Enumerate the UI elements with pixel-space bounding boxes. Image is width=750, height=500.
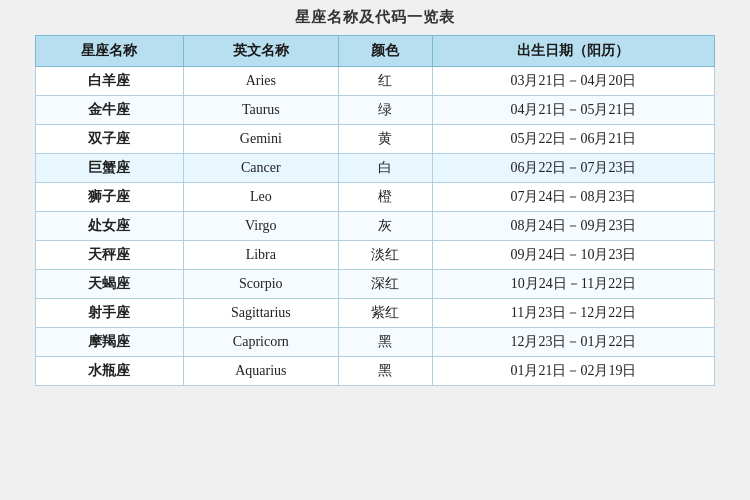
cell-4-3: 07月24日－08月23日 xyxy=(432,183,714,212)
table-row: 巨蟹座Cancer白06月22日－07月23日 xyxy=(36,154,715,183)
header-en-name: 英文名称 xyxy=(183,36,338,67)
table-row: 双子座Gemini黄05月22日－06月21日 xyxy=(36,125,715,154)
cell-3-3: 06月22日－07月23日 xyxy=(432,154,714,183)
header-color: 颜色 xyxy=(338,36,432,67)
cell-6-1: Libra xyxy=(183,241,338,270)
cell-5-1: Virgo xyxy=(183,212,338,241)
cell-1-1: Taurus xyxy=(183,96,338,125)
cell-1-2: 绿 xyxy=(338,96,432,125)
cell-9-0: 摩羯座 xyxy=(36,328,184,357)
cell-6-2: 淡红 xyxy=(338,241,432,270)
cell-9-2: 黑 xyxy=(338,328,432,357)
cell-0-2: 红 xyxy=(338,67,432,96)
table-header-row: 星座名称 英文名称 颜色 出生日期（阳历） xyxy=(36,36,715,67)
cell-1-0: 金牛座 xyxy=(36,96,184,125)
cell-4-2: 橙 xyxy=(338,183,432,212)
table-row: 天秤座Libra淡红09月24日－10月23日 xyxy=(36,241,715,270)
table-row: 射手座Sagittarius紫红11月23日－12月22日 xyxy=(36,299,715,328)
header-date: 出生日期（阳历） xyxy=(432,36,714,67)
cell-5-0: 处女座 xyxy=(36,212,184,241)
table-row: 处女座Virgo灰08月24日－09月23日 xyxy=(36,212,715,241)
cell-2-3: 05月22日－06月21日 xyxy=(432,125,714,154)
cell-8-3: 11月23日－12月22日 xyxy=(432,299,714,328)
table-row: 狮子座Leo橙07月24日－08月23日 xyxy=(36,183,715,212)
cell-2-1: Gemini xyxy=(183,125,338,154)
cell-3-1: Cancer xyxy=(183,154,338,183)
cell-0-3: 03月21日－04月20日 xyxy=(432,67,714,96)
cell-9-3: 12月23日－01月22日 xyxy=(432,328,714,357)
cell-5-2: 灰 xyxy=(338,212,432,241)
table-row: 金牛座Taurus绿04月21日－05月21日 xyxy=(36,96,715,125)
table-row: 白羊座Aries红03月21日－04月20日 xyxy=(36,67,715,96)
cell-7-0: 天蝎座 xyxy=(36,270,184,299)
cell-4-1: Leo xyxy=(183,183,338,212)
cell-3-0: 巨蟹座 xyxy=(36,154,184,183)
cell-7-2: 深红 xyxy=(338,270,432,299)
zodiac-table: 星座名称 英文名称 颜色 出生日期（阳历） 白羊座Aries红03月21日－04… xyxy=(35,35,715,386)
cell-6-3: 09月24日－10月23日 xyxy=(432,241,714,270)
cell-2-2: 黄 xyxy=(338,125,432,154)
cell-5-3: 08月24日－09月23日 xyxy=(432,212,714,241)
cell-8-0: 射手座 xyxy=(36,299,184,328)
cell-0-1: Aries xyxy=(183,67,338,96)
cell-2-0: 双子座 xyxy=(36,125,184,154)
cell-0-0: 白羊座 xyxy=(36,67,184,96)
table-row: 天蝎座Scorpio深红10月24日－11月22日 xyxy=(36,270,715,299)
cell-10-1: Aquarius xyxy=(183,357,338,386)
cell-3-2: 白 xyxy=(338,154,432,183)
cell-7-3: 10月24日－11月22日 xyxy=(432,270,714,299)
cell-8-2: 紫红 xyxy=(338,299,432,328)
header-cn-name: 星座名称 xyxy=(36,36,184,67)
cell-8-1: Sagittarius xyxy=(183,299,338,328)
cell-1-3: 04月21日－05月21日 xyxy=(432,96,714,125)
cell-4-0: 狮子座 xyxy=(36,183,184,212)
cell-7-1: Scorpio xyxy=(183,270,338,299)
cell-6-0: 天秤座 xyxy=(36,241,184,270)
table-row: 摩羯座Capricorn黑12月23日－01月22日 xyxy=(36,328,715,357)
cell-9-1: Capricorn xyxy=(183,328,338,357)
cell-10-2: 黑 xyxy=(338,357,432,386)
page-title: 星座名称及代码一览表 xyxy=(295,8,455,27)
cell-10-0: 水瓶座 xyxy=(36,357,184,386)
table-row: 水瓶座Aquarius黑01月21日－02月19日 xyxy=(36,357,715,386)
cell-10-3: 01月21日－02月19日 xyxy=(432,357,714,386)
